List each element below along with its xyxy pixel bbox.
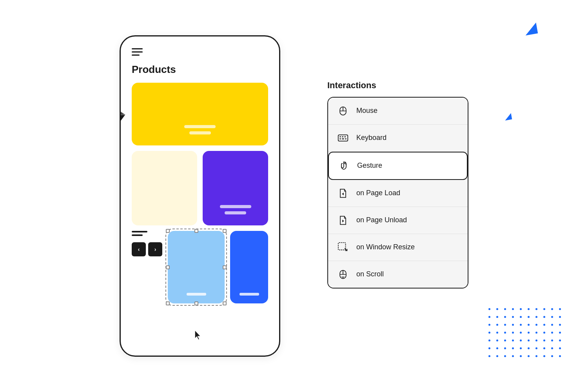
window-resize-icon bbox=[337, 241, 349, 254]
deco-dot bbox=[512, 339, 514, 341]
curved-arrow bbox=[275, 311, 280, 352]
handle-mid-right[interactable] bbox=[223, 265, 227, 269]
main-content: Products bbox=[120, 35, 468, 357]
deco-dot bbox=[520, 355, 522, 357]
product-card-purple[interactable] bbox=[203, 151, 268, 225]
scroll-icon bbox=[337, 268, 349, 281]
deco-dot bbox=[496, 324, 498, 326]
deco-dot bbox=[496, 316, 498, 318]
deco-dot bbox=[488, 339, 490, 341]
svg-rect-18 bbox=[339, 138, 341, 139]
deco-dot bbox=[528, 339, 530, 341]
svg-rect-16 bbox=[342, 136, 343, 137]
menu-line-2 bbox=[132, 51, 143, 53]
deco-dot bbox=[551, 308, 553, 310]
deco-dot bbox=[551, 332, 553, 334]
sidebar-line-2 bbox=[132, 234, 143, 236]
deco-dot bbox=[504, 339, 506, 341]
product-card-yellow[interactable] bbox=[132, 83, 268, 145]
deco-dot bbox=[520, 324, 522, 326]
product-card-blue[interactable] bbox=[230, 231, 268, 303]
sidebar-controls: ‹ › bbox=[132, 231, 162, 256]
deco-dot bbox=[559, 332, 561, 334]
deco-dot bbox=[528, 324, 530, 326]
deco-dot bbox=[512, 324, 514, 326]
deco-dot bbox=[504, 316, 506, 318]
interaction-scroll[interactable]: on Scroll bbox=[328, 261, 468, 288]
deco-dot bbox=[551, 355, 553, 357]
svg-rect-20 bbox=[345, 138, 347, 139]
menu-line-1 bbox=[132, 48, 143, 49]
handle-bottom-mid[interactable] bbox=[194, 301, 198, 305]
blue-line bbox=[240, 293, 259, 296]
deco-dot bbox=[504, 347, 506, 349]
mouse-icon bbox=[337, 105, 349, 117]
menu-line-3 bbox=[132, 54, 140, 56]
card-line-1 bbox=[184, 125, 216, 128]
interaction-window-resize[interactable]: on Window Resize bbox=[328, 234, 468, 261]
deco-dot bbox=[559, 347, 561, 349]
deco-dot bbox=[535, 347, 537, 349]
deco-dot bbox=[559, 324, 561, 326]
interaction-mouse[interactable]: Mouse bbox=[328, 98, 468, 125]
deco-dot bbox=[543, 355, 545, 357]
deco-dot bbox=[535, 355, 537, 357]
handle-top-right[interactable] bbox=[223, 229, 227, 233]
keyboard-label: Keyboard bbox=[356, 134, 387, 142]
deco-dot bbox=[504, 332, 506, 334]
deco-dot bbox=[535, 332, 537, 334]
handle-top-mid[interactable] bbox=[194, 229, 198, 233]
svg-rect-17 bbox=[345, 136, 346, 137]
interaction-keyboard[interactable]: Keyboard bbox=[328, 125, 468, 152]
deco-dot bbox=[488, 308, 490, 310]
deco-dot bbox=[528, 308, 530, 310]
deco-triangle-top bbox=[524, 22, 538, 35]
nav-prev-button[interactable]: ‹ bbox=[132, 242, 146, 256]
handle-mid-left[interactable] bbox=[166, 265, 170, 269]
purple-line-2 bbox=[225, 211, 246, 214]
deco-triangle-mid bbox=[504, 113, 512, 121]
deco-dot bbox=[504, 355, 506, 357]
page-load-label: on Page Load bbox=[356, 189, 400, 197]
interactions-list: Mouse Key bbox=[327, 97, 468, 289]
deco-dot bbox=[504, 324, 506, 326]
deco-dot bbox=[535, 324, 537, 326]
handle-top-left[interactable] bbox=[166, 229, 170, 233]
deco-dot bbox=[520, 332, 522, 334]
selection-border bbox=[165, 229, 227, 306]
deco-dot bbox=[543, 332, 545, 334]
interaction-gesture[interactable]: Gesture bbox=[328, 152, 468, 180]
handle-bottom-left[interactable] bbox=[166, 301, 170, 305]
deco-dot bbox=[512, 347, 514, 349]
deco-dot bbox=[551, 339, 553, 341]
product-row-middle bbox=[132, 151, 268, 225]
deco-dot bbox=[488, 324, 490, 326]
deco-dot bbox=[543, 324, 545, 326]
page-unload-icon bbox=[337, 214, 349, 227]
card-selected-wrapper[interactable] bbox=[168, 231, 225, 303]
deco-dot bbox=[535, 308, 537, 310]
deco-dot bbox=[488, 332, 490, 334]
nav-buttons: ‹ › bbox=[132, 242, 162, 256]
interaction-page-unload[interactable]: on Page Unload bbox=[328, 207, 468, 234]
deco-dot bbox=[520, 308, 522, 310]
svg-line-6 bbox=[120, 98, 125, 115]
deco-dot bbox=[520, 316, 522, 318]
gesture-label: Gesture bbox=[357, 162, 382, 170]
handle-bottom-right[interactable] bbox=[223, 301, 227, 305]
cursor-icon bbox=[193, 329, 203, 344]
deco-dot bbox=[543, 308, 545, 310]
nav-next-button[interactable]: › bbox=[148, 242, 162, 256]
deco-dot bbox=[551, 347, 553, 349]
product-row-bottom: ‹ › bbox=[132, 231, 268, 303]
deco-dot bbox=[535, 316, 537, 318]
purple-line-1 bbox=[220, 205, 251, 208]
interaction-page-load[interactable]: on Page Load bbox=[328, 180, 468, 207]
svg-rect-14 bbox=[338, 135, 348, 141]
sidebar-lines bbox=[132, 231, 162, 236]
deco-dot bbox=[512, 308, 514, 310]
product-card-cream[interactable] bbox=[132, 151, 197, 225]
phone-menu-icon[interactable] bbox=[132, 48, 268, 56]
interactions-title: Interactions bbox=[327, 80, 468, 91]
phone-products-title: Products bbox=[132, 64, 268, 76]
